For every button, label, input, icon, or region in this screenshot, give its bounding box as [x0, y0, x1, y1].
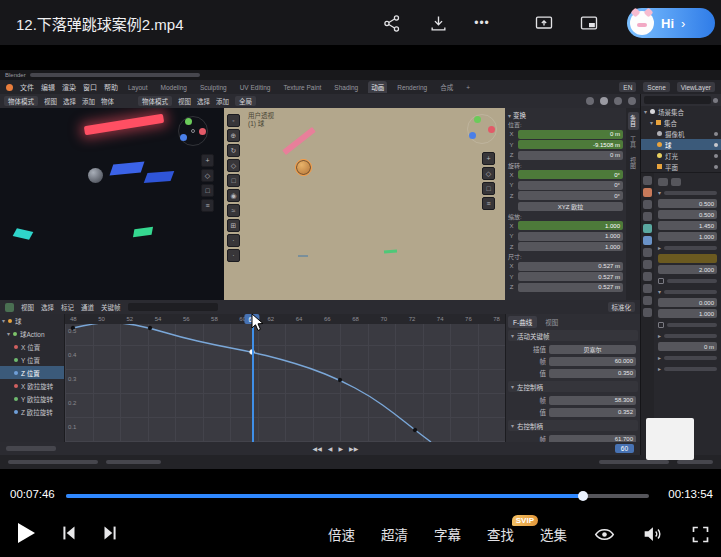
channel-object[interactable]: ▾球: [0, 314, 64, 327]
caret-down-icon[interactable]: ▾: [2, 317, 5, 324]
visibility-eye-icon[interactable]: [714, 132, 718, 136]
menu-view-2[interactable]: 视图: [178, 96, 191, 106]
tool-extra-icon[interactable]: ·: [227, 234, 240, 247]
prop-field[interactable]: 0.500: [658, 199, 717, 208]
prop-field[interactable]: 1.000: [658, 309, 717, 318]
scale-y-field[interactable]: 1.000: [518, 232, 623, 241]
tab-fcurve[interactable]: F-曲线: [508, 316, 537, 328]
normalize-toggle[interactable]: 标准化: [608, 302, 636, 312]
visibility-eye-icon[interactable]: [714, 143, 718, 147]
quality-button[interactable]: 超清: [381, 524, 408, 544]
modifier-props-tab[interactable]: [643, 248, 652, 257]
outliner-row-collection[interactable]: ▾ 集合: [641, 117, 721, 128]
scale-z-field[interactable]: 1.000: [518, 242, 623, 251]
panel-header[interactable]: ▸: [658, 243, 717, 252]
tool-cursor-icon[interactable]: ⊕: [227, 129, 240, 142]
tool-transform-icon[interactable]: ◉: [227, 189, 240, 202]
left-handle-header[interactable]: ▾左控制柄: [508, 381, 638, 392]
gizmo-y-axis[interactable]: [185, 118, 192, 125]
current-frame-field[interactable]: 60: [615, 444, 634, 453]
channel-action[interactable]: ▾球Action: [0, 327, 64, 340]
outliner-row-camera[interactable]: 摄像机: [641, 128, 721, 139]
pip-icon[interactable]: [579, 13, 599, 33]
interpolation-select[interactable]: 贝塞尔: [549, 345, 636, 354]
frame-ruler[interactable]: 48505254565860626466687072747678: [65, 314, 505, 324]
workspace-tab-compositing[interactable]: 合成: [437, 81, 456, 93]
play-button[interactable]: [18, 523, 35, 543]
tab-item[interactable]: 条目: [628, 112, 639, 130]
world-props-tab[interactable]: [643, 224, 652, 233]
data-props-tab[interactable]: [643, 284, 652, 293]
jump-start-icon[interactable]: ◀◀: [310, 444, 325, 453]
viewlayer-selector[interactable]: ViewLayer: [677, 82, 715, 92]
workspace-tab-uvediting[interactable]: UV Editing: [237, 83, 274, 92]
menu-file[interactable]: 文件: [20, 82, 34, 92]
location-y-field[interactable]: -9.1508 m: [518, 140, 623, 149]
render-props-tab[interactable]: [643, 176, 652, 185]
tool-scale-icon[interactable]: □: [227, 174, 240, 187]
location-x-field[interactable]: 0 m: [518, 130, 623, 139]
key-frame-field[interactable]: 60.000: [549, 357, 636, 366]
shading-solid-icon[interactable]: [600, 97, 608, 105]
key-value-field[interactable]: 0.350: [549, 369, 636, 378]
speed-button[interactable]: 倍速: [328, 524, 355, 544]
visibility-eye-icon[interactable]: [714, 154, 718, 158]
visibility-eye-icon[interactable]: [714, 165, 718, 169]
menu-object[interactable]: 物体: [101, 96, 114, 106]
filter-icon[interactable]: [713, 98, 718, 103]
pan-icon[interactable]: ◇: [482, 167, 495, 180]
workspace-tab-layout[interactable]: Layout: [125, 83, 151, 92]
navigation-gizmo-2[interactable]: [467, 114, 497, 144]
camera-view-icon[interactable]: □: [201, 184, 214, 197]
gizmo-z-axis[interactable]: [180, 134, 187, 141]
panel-header[interactable]: ▸: [658, 364, 717, 373]
physics-props-tab[interactable]: [643, 260, 652, 269]
navigation-gizmo[interactable]: [178, 116, 208, 146]
workspace-tab-shading[interactable]: Shading: [331, 83, 361, 92]
prop-field[interactable]: 1.450: [658, 221, 717, 230]
eye-protection-icon[interactable]: [593, 523, 615, 545]
tool-measure-icon[interactable]: ⊞: [227, 219, 240, 232]
tab-view[interactable]: 视图: [540, 316, 563, 328]
channel-y-location[interactable]: Y 位置: [0, 353, 64, 366]
gizmo-x-axis[interactable]: [199, 128, 206, 135]
find-button[interactable]: 查找: [487, 528, 514, 543]
menu-select-2[interactable]: 选择: [197, 96, 210, 106]
dim-y-field[interactable]: 0.527 m: [518, 272, 623, 281]
prop-field[interactable]: 2.000: [658, 265, 717, 274]
graph-menu-key[interactable]: 关键帧: [101, 302, 121, 312]
shading-material-icon[interactable]: [614, 97, 622, 105]
scene-selector[interactable]: Scene: [643, 82, 669, 92]
rotation-y-field[interactable]: 0°: [518, 181, 623, 190]
viewlayer-props-tab[interactable]: [643, 200, 652, 209]
caret-down-icon[interactable]: ▾: [508, 112, 511, 119]
checkbox[interactable]: [658, 278, 664, 284]
curve-area[interactable]: 48505254565860626466687072747678 0.5 0.4…: [65, 314, 505, 442]
output-props-tab[interactable]: [643, 188, 652, 197]
zoom-icon[interactable]: +: [201, 154, 214, 167]
menu-add-2[interactable]: 添加: [216, 96, 229, 106]
gizmo-y-axis[interactable]: [474, 116, 481, 123]
next-episode-button[interactable]: [99, 522, 121, 544]
more-icon[interactable]: •••: [472, 13, 492, 33]
panel-header[interactable]: ▾: [658, 188, 717, 197]
object-props-tab[interactable]: [643, 236, 652, 245]
seek-bar[interactable]: [66, 494, 649, 498]
download-icon[interactable]: [428, 13, 448, 33]
zoom-icon[interactable]: +: [482, 152, 495, 165]
workspace-tab-animation[interactable]: 动画: [368, 81, 387, 93]
caret-down-icon[interactable]: ▾: [644, 108, 647, 115]
shading-rendered-icon[interactable]: [628, 97, 636, 105]
rotation-z-field[interactable]: 0°: [518, 191, 623, 200]
menu-select[interactable]: 选择: [63, 96, 76, 106]
menu-add[interactable]: 添加: [82, 96, 95, 106]
ortho-toggle-icon[interactable]: ≡: [201, 199, 214, 212]
caret-down-icon[interactable]: ▾: [650, 119, 653, 126]
panel-header[interactable]: ▸: [658, 331, 717, 340]
menu-window[interactable]: 窗口: [83, 82, 97, 92]
gizmo-z-axis[interactable]: [469, 132, 476, 139]
keyframe[interactable]: [148, 326, 152, 330]
viewport-rendered[interactable]: + ◇ □ ≡: [0, 108, 224, 300]
fullscreen-icon[interactable]: [689, 523, 711, 545]
play-forward-icon[interactable]: ▶: [335, 444, 346, 453]
